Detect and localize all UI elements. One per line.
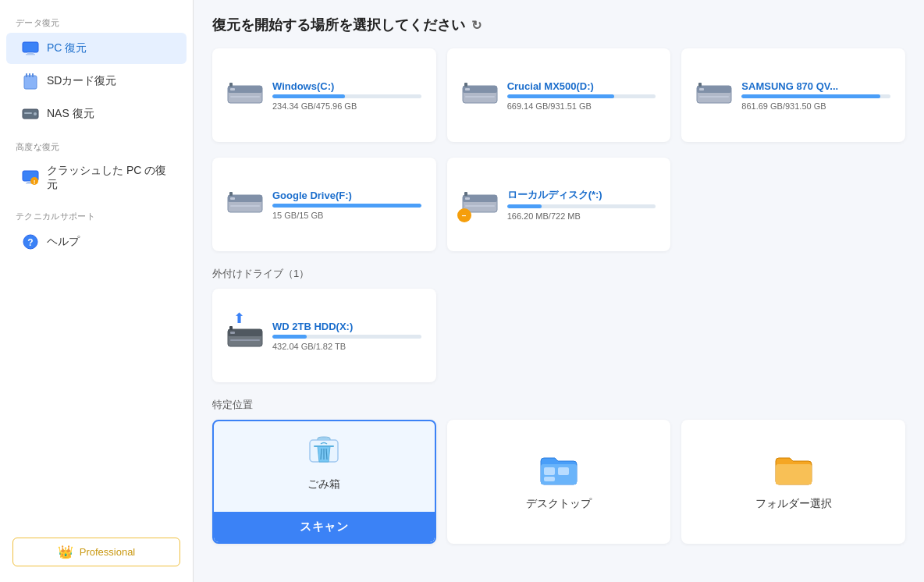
hdd-icon-star: − (462, 190, 498, 219)
sd-icon (22, 73, 39, 90)
svg-rect-24 (465, 88, 470, 90)
ext-drives-grid: ⬆ WD 2TB HDD(X:) 432.04 GB/1.82 TB (212, 289, 905, 382)
drive-size-f: 15 GB/15 GB (272, 211, 421, 220)
svg-rect-25 (465, 96, 495, 98)
folder-label: フォルダー選択 (755, 497, 832, 511)
sidebar-item-help[interactable]: ? ヘルプ (6, 226, 187, 257)
svg-rect-2 (26, 54, 35, 55)
svg-rect-35 (230, 205, 260, 207)
svg-text:!: ! (34, 179, 36, 186)
svg-rect-46 (229, 326, 233, 330)
drive-name-star: ローカルディスク(*:) (507, 188, 656, 202)
hdd-icon-x: ⬆ (227, 318, 263, 353)
drive-size-star: 166.20 MB/722 MB (507, 211, 656, 221)
trash-label: ごみ箱 (307, 477, 340, 492)
sidebar-section-data: データ復元 (0, 6, 193, 32)
sidebar-item-nas-label: NAS 復元 (47, 107, 94, 121)
hdd-icon-e (696, 80, 732, 110)
hdd-icon-d (462, 80, 498, 110)
drive-card-star[interactable]: − ローカルディスク(*:) 166.20 MB/722 MB (447, 158, 671, 251)
svg-text:?: ? (27, 237, 33, 248)
progress-x (272, 335, 421, 339)
svg-rect-9 (24, 112, 32, 114)
progress-f (272, 204, 421, 208)
desktop-label: デスクトップ (526, 497, 592, 511)
drive-name-d: Crucial MX500(D:) (507, 80, 656, 92)
svg-point-8 (34, 112, 37, 115)
drive-name-c: Windows(C:) (272, 80, 421, 92)
progress-star (507, 204, 656, 208)
scan-button[interactable]: スキャン (214, 512, 435, 542)
location-card-desktop[interactable]: デスクトップ (447, 420, 671, 544)
drive-info-x: WD 2TB HDD(X:) 432.04 GB/1.82 TB (272, 321, 421, 351)
drive-size-d: 669.14 GB/931.51 GB (507, 101, 656, 111)
sidebar-item-pc-label: PC 復元 (47, 41, 87, 55)
loc-section-label: 特定位置 (212, 398, 905, 412)
sidebar-section-support: テクニカルサポート (0, 200, 193, 225)
svg-rect-55 (776, 464, 812, 484)
location-card-trash[interactable]: ごみ箱 スキャン (212, 420, 436, 544)
drive-card-f[interactable]: Google Drive(F:) 15 GB/15 GB (212, 158, 436, 251)
pro-button[interactable]: 👑 Professional (12, 538, 180, 566)
help-icon: ? (22, 233, 39, 250)
svg-rect-41 (464, 192, 467, 196)
drive-card-x[interactable]: ⬆ WD 2TB HDD(X:) 432.04 GB/1.82 TB (212, 289, 436, 382)
drive-name-x: WD 2TB HDD(X:) (272, 321, 421, 332)
drive-info-star: ローカルディスク(*:) 166.20 MB/722 MB (507, 188, 656, 221)
drives-grid-mid: Google Drive(F:) 15 GB/15 GB (212, 158, 905, 251)
drives-grid-top: Windows(C:) 234.34 GB/475.96 GB (212, 48, 905, 142)
pro-label: Professional (80, 546, 136, 558)
svg-rect-19 (230, 88, 235, 90)
svg-rect-26 (464, 83, 467, 87)
drive-info-d: Crucial MX500(D:) 669.14 GB/931.51 GB (507, 80, 656, 111)
nas-icon (22, 105, 39, 122)
drive-size-x: 432.04 GB/1.82 TB (272, 342, 421, 351)
crown-icon: 👑 (58, 545, 73, 559)
svg-rect-39 (465, 197, 470, 200)
svg-rect-45 (230, 339, 260, 341)
sidebar: データ復元 PC 復元 SDカード復元 (0, 0, 194, 582)
progress-d (507, 94, 656, 98)
drive-name-e: SAMSUNG 870 QV... (741, 80, 890, 92)
svg-rect-3 (24, 76, 37, 89)
folder-icon (774, 453, 813, 489)
svg-rect-54 (544, 477, 555, 481)
sidebar-item-pc[interactable]: PC 復元 (6, 33, 187, 64)
drive-size-e: 861.69 GB/931.50 GB (741, 101, 890, 111)
svg-rect-21 (229, 83, 233, 87)
location-grid: ごみ箱 スキャン デスクトップ (212, 420, 905, 544)
location-card-folder[interactable]: フォルダー選択 (681, 420, 905, 544)
refresh-icon[interactable]: ↻ (471, 18, 482, 33)
svg-rect-36 (229, 192, 233, 196)
svg-rect-30 (699, 96, 729, 98)
svg-rect-44 (230, 332, 235, 334)
svg-rect-1 (27, 52, 34, 54)
sidebar-item-nas[interactable]: NAS 復元 (6, 98, 187, 130)
svg-rect-52 (544, 467, 555, 475)
sidebar-item-sd[interactable]: SDカード復元 (6, 66, 187, 97)
svg-rect-34 (230, 197, 235, 200)
drive-card-c[interactable]: Windows(C:) 234.34 GB/475.96 GB (212, 48, 436, 142)
svg-rect-4 (26, 73, 27, 77)
sidebar-item-crash[interactable]: ! クラッシュした PC の復元 (6, 157, 187, 199)
svg-rect-6 (32, 73, 34, 77)
crash-icon: ! (22, 169, 39, 186)
svg-rect-5 (29, 73, 30, 77)
desktop-folder-icon (539, 453, 578, 489)
drive-card-e[interactable]: SAMSUNG 870 QV... 861.69 GB/931.50 GB (681, 48, 905, 142)
page-title-wrap: 復元を開始する場所を選択してください ↻ (212, 16, 905, 34)
sidebar-bottom: 👑 Professional (0, 525, 193, 582)
svg-rect-29 (699, 88, 704, 90)
drive-card-d[interactable]: Crucial MX500(D:) 669.14 GB/931.51 GB (447, 48, 671, 142)
page-title: 復元を開始する場所を選択してください (212, 16, 465, 34)
sidebar-item-sd-label: SDカード復元 (47, 74, 116, 88)
sidebar-section-advanced: 高度な復元 (0, 130, 193, 156)
drive-name-f: Google Drive(F:) (272, 190, 421, 201)
svg-rect-53 (558, 467, 569, 475)
pc-icon (22, 40, 39, 57)
sidebar-item-help-label: ヘルプ (47, 235, 80, 249)
svg-rect-0 (23, 42, 38, 52)
svg-rect-40 (465, 205, 495, 207)
ext-section-label: 外付けドライブ（1） (212, 267, 905, 281)
progress-e (741, 94, 890, 98)
